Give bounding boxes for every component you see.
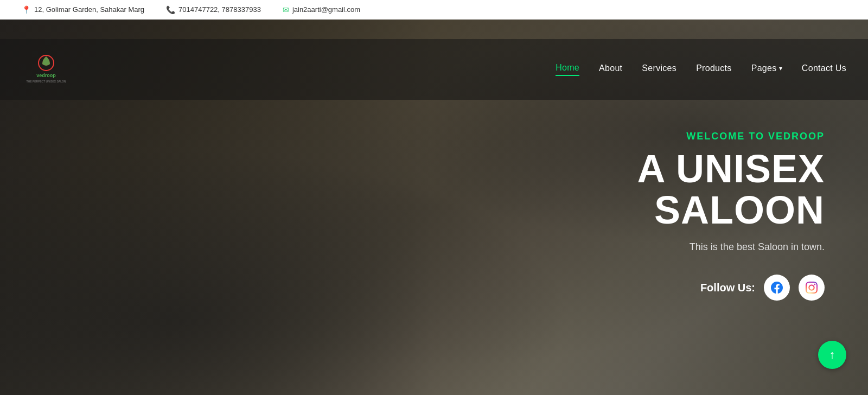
svg-text:vedroop: vedroop: [36, 73, 56, 78]
hero-content: WELCOME TO VEDROOP A UNISEX SALOON This …: [499, 131, 825, 301]
instagram-button[interactable]: [799, 275, 825, 301]
nav-contact[interactable]: Contact Us: [802, 63, 846, 75]
nav-pages[interactable]: Pages ▾: [751, 63, 782, 75]
email-icon: ✉: [283, 5, 289, 14]
hero-section: vedroop THE PERFECT UNISEX SALON Home Ab…: [0, 20, 868, 395]
main-nav: Home About Services Products Pages ▾ Con…: [556, 63, 846, 76]
nav-about[interactable]: About: [599, 63, 622, 75]
logo[interactable]: vedroop THE PERFECT UNISEX SALON: [22, 52, 71, 87]
nav-home[interactable]: Home: [556, 63, 579, 76]
top-bar: 📍 12, Golimar Garden, Sahakar Marg 📞 701…: [0, 0, 868, 20]
email-item: ✉ jain2aarti@gmail.com: [283, 5, 360, 14]
phone-item: 📞 7014747722, 7878337933: [166, 5, 261, 14]
address-item: 📍 12, Golimar Garden, Sahakar Marg: [22, 5, 144, 14]
logo-area[interactable]: vedroop THE PERFECT UNISEX SALON: [22, 52, 71, 87]
nav-services[interactable]: Services: [642, 63, 676, 75]
arrow-up-icon: ↑: [829, 348, 835, 362]
scroll-to-top-button[interactable]: ↑: [818, 341, 846, 369]
nav-products[interactable]: Products: [696, 63, 732, 75]
facebook-button[interactable]: [764, 275, 790, 301]
phone-icon: 📞: [166, 5, 175, 14]
follow-section: Follow Us:: [499, 275, 825, 301]
header: vedroop THE PERFECT UNISEX SALON Home Ab…: [0, 39, 868, 100]
email-text: jain2aarti@gmail.com: [292, 5, 360, 14]
phone-text: 7014747722, 7878337933: [178, 5, 261, 14]
chevron-down-icon: ▾: [779, 65, 782, 72]
svg-text:THE PERFECT UNISEX SALON: THE PERFECT UNISEX SALON: [27, 80, 66, 83]
hero-title: A UNISEX SALOON: [499, 149, 825, 231]
hero-subtitle: This is the best Saloon in town.: [499, 241, 825, 253]
location-icon: 📍: [22, 5, 31, 14]
welcome-heading: WELCOME TO VEDROOP: [499, 131, 825, 142]
address-text: 12, Golimar Garden, Sahakar Marg: [34, 5, 144, 14]
follow-label: Follow Us:: [700, 282, 755, 294]
